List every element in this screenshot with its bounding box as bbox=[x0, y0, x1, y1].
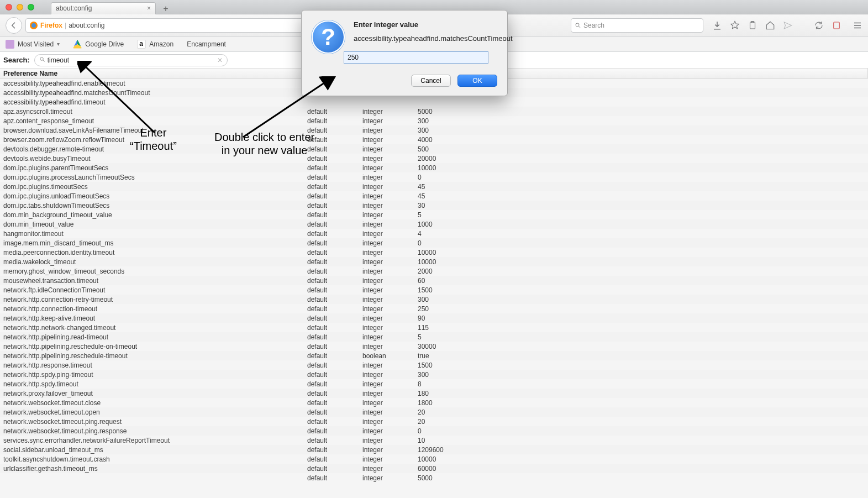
cell-type: integer bbox=[360, 258, 415, 266]
table-row[interactable]: devtools.webide.busyTimeoutdefaultintege… bbox=[0, 154, 868, 163]
bookmark-most-visited[interactable]: Most Visited ▾ bbox=[6, 40, 60, 49]
clear-search-icon[interactable]: ✕ bbox=[217, 56, 223, 64]
back-button[interactable] bbox=[6, 17, 22, 34]
cell-value: 0 bbox=[415, 239, 868, 247]
table-row[interactable]: network.proxy.failover_timeoutdefaultint… bbox=[0, 389, 868, 398]
cell-pref-name: network.websocket.timeout.ping.request bbox=[1, 418, 305, 426]
table-row[interactable]: network.http.pipelining.reschedule-on-ti… bbox=[0, 342, 868, 351]
cell-pref-name: network.http.spdy.ping-timeout bbox=[1, 371, 305, 379]
table-row[interactable]: dom.ipc.plugins.timeoutSecsdefaultintege… bbox=[0, 182, 868, 191]
bookmark-google-drive[interactable]: Google Drive bbox=[73, 40, 124, 49]
table-row[interactable]: dom.min_background_timeout_valuedefaulti… bbox=[0, 210, 868, 219]
url-separator: | bbox=[65, 22, 66, 29]
cell-status: default bbox=[305, 314, 360, 322]
table-row[interactable]: apz.asyncscroll.timeoutdefaultinteger500… bbox=[0, 107, 868, 116]
table-row[interactable]: social.sidebar.unload_timeout_msdefaulti… bbox=[0, 445, 868, 454]
ok-button[interactable]: OK bbox=[457, 75, 497, 87]
table-row[interactable]: network.http.connection-timeoutdefaultin… bbox=[0, 304, 868, 313]
browser-tab[interactable]: about:config × bbox=[51, 2, 156, 14]
cell-status: default bbox=[305, 333, 360, 341]
cell-type: integer bbox=[360, 361, 415, 369]
cell-pref-name: accessibility.typeaheadfind.timeout bbox=[1, 98, 305, 106]
cell-status: default bbox=[305, 239, 360, 247]
cell-type: integer bbox=[360, 249, 415, 256]
toolbar-search[interactable]: Search bbox=[571, 18, 703, 33]
table-row[interactable]: network.http.pipelining.read-timeoutdefa… bbox=[0, 332, 868, 342]
bookmark-encampment[interactable]: Encampment bbox=[187, 40, 226, 48]
cell-status: default bbox=[305, 361, 360, 369]
table-row[interactable]: network.http.network-changed.timeoutdefa… bbox=[0, 323, 868, 332]
table-row[interactable]: dom.ipc.tabs.shutdownTimeoutSecsdefaulti… bbox=[0, 201, 868, 210]
cell-pref-name: dom.ipc.plugins.processLaunchTimeoutSecs bbox=[1, 174, 305, 181]
cell-value: 4000 bbox=[415, 136, 868, 144]
col-pref-name[interactable]: Preference Name bbox=[1, 69, 305, 78]
cell-type: integer bbox=[360, 314, 415, 322]
table-row[interactable]: network.ftp.idleConnectionTimeoutdefault… bbox=[0, 285, 868, 295]
cell-value: 45 bbox=[415, 183, 868, 191]
cell-type: integer bbox=[360, 127, 415, 134]
cell-type: integer bbox=[360, 230, 415, 238]
sync-icon[interactable] bbox=[814, 20, 824, 30]
table-row[interactable]: memory.ghost_window_timeout_secondsdefau… bbox=[0, 266, 868, 276]
table-row[interactable]: network.websocket.timeout.opendefaultint… bbox=[0, 407, 868, 417]
config-search-input[interactable] bbox=[48, 56, 215, 64]
cell-type: integer bbox=[360, 155, 415, 162]
config-search-box[interactable]: ✕ bbox=[34, 54, 228, 66]
table-row[interactable]: browser.zoom.reflowZoom.reflowTimeoutdef… bbox=[0, 135, 868, 144]
table-row[interactable]: dom.ipc.plugins.parentTimeoutSecsdefault… bbox=[0, 163, 868, 172]
table-row[interactable]: browser.download.saveLinkAsFilenameTimeo… bbox=[0, 125, 868, 135]
table-row[interactable]: media.peerconnection.identity.timeoutdef… bbox=[0, 248, 868, 257]
cell-status: default bbox=[305, 380, 360, 388]
url-bar[interactable]: Firefox | about:config bbox=[25, 18, 336, 33]
send-icon[interactable] bbox=[783, 20, 793, 30]
table-row[interactable]: network.websocket.timeout.ping.responsed… bbox=[0, 426, 868, 436]
cell-status: default bbox=[305, 164, 360, 172]
table-row[interactable]: dom.ipc.plugins.unloadTimeoutSecsdefault… bbox=[0, 191, 868, 201]
table-row[interactable]: image.mem.min_discard_timeout_msdefaulti… bbox=[0, 238, 868, 248]
table-row[interactable]: hangmonitor.timeoutdefaultinteger4 bbox=[0, 229, 868, 238]
cell-type: integer bbox=[360, 343, 415, 350]
cell-status: default bbox=[305, 371, 360, 379]
table-row[interactable]: services.sync.errorhandler.networkFailur… bbox=[0, 436, 868, 445]
shield-icon[interactable] bbox=[832, 20, 841, 30]
table-row[interactable]: network.http.keep-alive.timeoutdefaultin… bbox=[0, 313, 868, 323]
cell-type: integer bbox=[360, 437, 415, 444]
table-row[interactable]: network.http.response.timeoutdefaultinte… bbox=[0, 360, 868, 370]
table-row[interactable]: network.http.connection-retry-timeoutdef… bbox=[0, 295, 868, 304]
table-row[interactable]: dom.min_timeout_valuedefaultinteger1000 bbox=[0, 219, 868, 229]
table-row[interactable]: network.http.spdy.timeoutdefaultinteger8 bbox=[0, 379, 868, 389]
cell-type: integer bbox=[360, 296, 415, 303]
new-tab-button[interactable]: + bbox=[159, 3, 172, 14]
bookmark-label: Encampment bbox=[187, 40, 226, 48]
clipboard-icon[interactable] bbox=[748, 20, 757, 30]
menu-icon[interactable] bbox=[853, 20, 862, 30]
zoom-window-icon[interactable] bbox=[28, 4, 34, 11]
table-row[interactable]: network.http.spdy.ping-timeoutdefaultint… bbox=[0, 370, 868, 379]
cell-pref-name: mousewheel.transaction.timeout bbox=[1, 277, 305, 285]
table-row[interactable]: toolkit.asyncshutdown.timeout.crashdefau… bbox=[0, 454, 868, 464]
bookmark-amazon[interactable]: Amazon bbox=[137, 40, 173, 49]
table-row[interactable]: accessibility.typeaheadfind.timeout bbox=[0, 97, 868, 107]
table-row[interactable]: mousewheel.transaction.timeoutdefaultint… bbox=[0, 276, 868, 285]
cell-type: integer bbox=[360, 202, 415, 209]
table-row[interactable]: urlclassifier.gethash.timeout_msdefaulti… bbox=[0, 464, 868, 473]
cell-status: default bbox=[305, 145, 360, 153]
table-row[interactable]: apz.content_response_timeoutdefaultinteg… bbox=[0, 116, 868, 125]
downloads-icon[interactable] bbox=[712, 20, 722, 30]
table-row[interactable]: devtools.debugger.remote-timeoutdefaulti… bbox=[0, 144, 868, 154]
table-row[interactable]: network.websocket.timeout.ping.requestde… bbox=[0, 417, 868, 426]
home-icon[interactable] bbox=[765, 20, 775, 30]
table-row[interactable]: network.websocket.timeout.closedefaultin… bbox=[0, 398, 868, 407]
cell-type: integer bbox=[360, 174, 415, 181]
close-tab-icon[interactable]: × bbox=[147, 4, 151, 12]
cell-value: 10 bbox=[415, 437, 868, 444]
bookmark-star-icon[interactable] bbox=[730, 20, 740, 30]
minimize-window-icon[interactable] bbox=[17, 4, 23, 11]
table-row[interactable]: media.wakelock_timeoutdefaultinteger1000… bbox=[0, 257, 868, 266]
table-row[interactable]: network.http.pipelining.reschedule-timeo… bbox=[0, 351, 868, 360]
table-row[interactable]: defaultinteger5000 bbox=[0, 473, 868, 483]
cancel-button[interactable]: Cancel bbox=[411, 75, 451, 87]
table-row[interactable]: dom.ipc.plugins.processLaunchTimeoutSecs… bbox=[0, 172, 868, 182]
cell-type: integer bbox=[360, 221, 415, 228]
close-window-icon[interactable] bbox=[6, 4, 12, 11]
